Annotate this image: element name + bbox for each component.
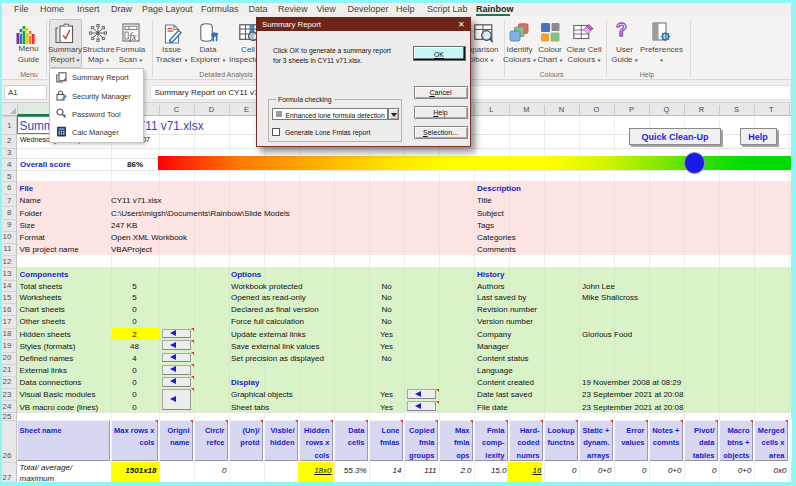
svg-text:fx: fx	[129, 31, 137, 42]
